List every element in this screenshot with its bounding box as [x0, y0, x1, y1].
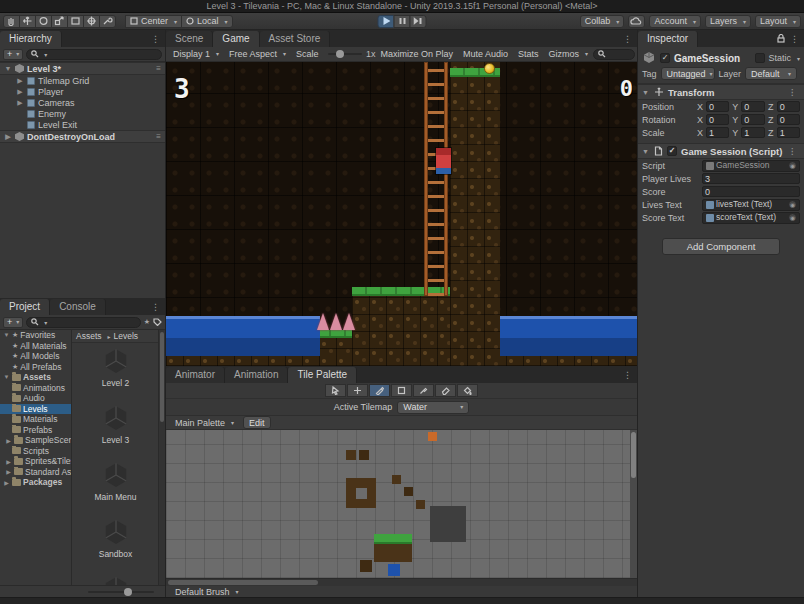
favorite-all-materials[interactable]: ★All Materials	[0, 341, 71, 352]
tab-animation[interactable]: Animation	[225, 367, 288, 383]
foldout-closed-icon[interactable]: ▶	[5, 437, 12, 444]
tile-palette-grid[interactable]	[166, 430, 637, 578]
tile-eraser-tool-icon[interactable]	[435, 384, 456, 397]
foldout-closed-icon[interactable]: ▶	[5, 458, 12, 465]
hierarchy-scene-dontdestroy[interactable]: ▶ DontDestroyOnLoad ≡	[0, 130, 165, 143]
tab-tile-palette[interactable]: Tile Palette	[288, 367, 357, 383]
space-toggle-button[interactable]: Local▾	[181, 15, 233, 28]
foldout-open-icon[interactable]: ▼	[4, 65, 12, 72]
layout-dropdown[interactable]: Layout▾	[755, 15, 801, 28]
favorites-root[interactable]: ▼★Favorites	[0, 330, 71, 341]
tab-animator[interactable]: Animator	[166, 367, 225, 383]
game-session-component-header[interactable]: ▼ ✓ Game Session (Script) ⋮	[638, 143, 804, 159]
component-enabled-checkbox[interactable]: ✓	[667, 146, 677, 156]
panel-menu-icon[interactable]: ⋮	[151, 302, 165, 315]
edit-palette-button[interactable]: Edit	[243, 416, 271, 429]
pivot-toggle-button[interactable]: Center▾	[125, 15, 182, 28]
static-checkbox[interactable]	[755, 53, 765, 63]
hierarchy-item-player[interactable]: ▶Player	[0, 86, 165, 97]
scene-menu-icon[interactable]: ≡	[156, 64, 161, 73]
maximize-on-play-toggle[interactable]: Maximize On Play	[375, 47, 458, 62]
step-button[interactable]	[410, 15, 427, 28]
file-sandbox[interactable]: Sandbox	[72, 514, 159, 571]
palette-vertical-scrollbar[interactable]	[630, 430, 637, 578]
tile-brush-tool-icon[interactable]	[369, 384, 390, 397]
tab-console[interactable]: Console	[50, 299, 106, 315]
panel-menu-icon[interactable]: ⋮	[151, 34, 165, 47]
folder-sprites-tiles[interactable]: ▶Sprites&Tiles	[0, 456, 71, 467]
folder-animations[interactable]: Animations	[0, 383, 71, 394]
rotation-y-field[interactable]: 0	[741, 114, 764, 125]
component-menu-icon[interactable]: ⋮	[788, 147, 796, 156]
folder-materials[interactable]: Materials	[0, 414, 71, 425]
palette-tile[interactable]	[359, 450, 369, 460]
hierarchy-item-enemy[interactable]: Enemy	[0, 108, 165, 119]
rotation-z-field[interactable]: 0	[777, 114, 800, 125]
folder-standard-assets[interactable]: ▶Standard Asse	[0, 467, 71, 478]
position-y-field[interactable]: 0	[741, 101, 764, 112]
move-tool-icon[interactable]	[19, 15, 36, 28]
foldout-closed-icon[interactable]: ▶	[5, 468, 12, 475]
hierarchy-scene-level3[interactable]: ▼ Level 3* ≡	[0, 62, 165, 75]
panel-menu-icon[interactable]: ⋮	[790, 34, 799, 44]
component-menu-icon[interactable]: ⋮	[788, 88, 796, 97]
breadcrumb-assets[interactable]: Assets	[76, 331, 102, 341]
score-text-object-field[interactable]: scoreText (Text) ◉	[702, 212, 800, 224]
gizmos-dropdown[interactable]: Gizmos▾	[543, 47, 593, 62]
file-level-3[interactable]: Level 3	[72, 400, 159, 457]
tab-hierarchy[interactable]: Hierarchy	[0, 31, 62, 47]
scale-tool-icon[interactable]	[51, 15, 68, 28]
rect-tool-icon[interactable]	[67, 15, 84, 28]
foldout-closed-icon[interactable]: ▶	[3, 479, 10, 486]
score-field[interactable]: 0	[702, 186, 800, 197]
palette-tile[interactable]	[388, 564, 400, 576]
search-by-label-icon[interactable]	[153, 318, 162, 326]
tile-select-tool-icon[interactable]	[325, 384, 346, 397]
scale-z-field[interactable]: 1	[777, 127, 800, 138]
file-level-2[interactable]: Level 2	[72, 343, 159, 400]
folder-scripts[interactable]: Scripts	[0, 446, 71, 457]
foldout-closed-icon[interactable]: ▶	[16, 88, 24, 96]
chevron-down-icon[interactable]: ▾	[797, 55, 800, 62]
palette-tile[interactable]	[416, 500, 425, 509]
palette-tile[interactable]	[374, 534, 412, 544]
folder-prefabs[interactable]: Prefabs	[0, 425, 71, 436]
object-picker-icon[interactable]: ◉	[788, 213, 797, 222]
foldout-open-icon[interactable]: ▼	[3, 332, 10, 338]
tab-project[interactable]: Project	[0, 299, 50, 315]
mute-audio-toggle[interactable]: Mute Audio	[458, 47, 513, 62]
game-viewport[interactable]: 3 0	[166, 62, 637, 366]
game-search-input[interactable]	[593, 49, 635, 60]
object-picker-icon[interactable]: ◉	[788, 200, 797, 209]
object-name[interactable]: GameSession	[674, 53, 740, 64]
tab-inspector[interactable]: Inspector	[638, 31, 698, 47]
assets-root[interactable]: ▼Assets	[0, 372, 71, 383]
hierarchy-item-level-exit[interactable]: Level Exit	[0, 119, 165, 130]
brush-dropdown[interactable]: Default Brush▾	[170, 586, 244, 597]
hierarchy-item-cameras[interactable]: ▶Cameras	[0, 97, 165, 108]
collab-button[interactable]: Collab▾	[580, 15, 625, 28]
account-dropdown[interactable]: Account▾	[649, 15, 701, 28]
hierarchy-search-input[interactable]: ▾	[26, 49, 162, 60]
tile-fill-tool-icon[interactable]	[457, 384, 478, 397]
display-dropdown[interactable]: Display 1▾	[168, 47, 224, 62]
foldout-open-icon[interactable]: ▼	[642, 148, 650, 155]
scale-y-field[interactable]: 1	[741, 127, 764, 138]
foldout-closed-icon[interactable]: ▶	[16, 99, 24, 107]
packages-root[interactable]: ▶Packages	[0, 477, 71, 488]
rotate-tool-icon[interactable]	[35, 15, 52, 28]
palette-tile[interactable]	[346, 450, 356, 460]
active-tilemap-dropdown[interactable]: Water▾	[397, 401, 469, 414]
aspect-dropdown[interactable]: Free Aspect▾	[224, 47, 291, 62]
lock-icon[interactable]	[777, 34, 785, 43]
lives-text-object-field[interactable]: livesText (Text) ◉	[702, 199, 800, 211]
script-object-field[interactable]: GameSession ◉	[702, 160, 800, 172]
cloud-services-button[interactable]	[628, 15, 645, 28]
palette-tile[interactable]	[428, 432, 437, 441]
transform-tool-icon[interactable]	[83, 15, 100, 28]
search-by-type-icon[interactable]: ★	[144, 318, 150, 326]
layer-dropdown[interactable]: Default▾	[745, 67, 797, 80]
active-checkbox[interactable]: ✓	[660, 53, 670, 63]
scene-menu-icon[interactable]: ≡	[156, 132, 161, 141]
palette-tile[interactable]	[374, 544, 412, 562]
